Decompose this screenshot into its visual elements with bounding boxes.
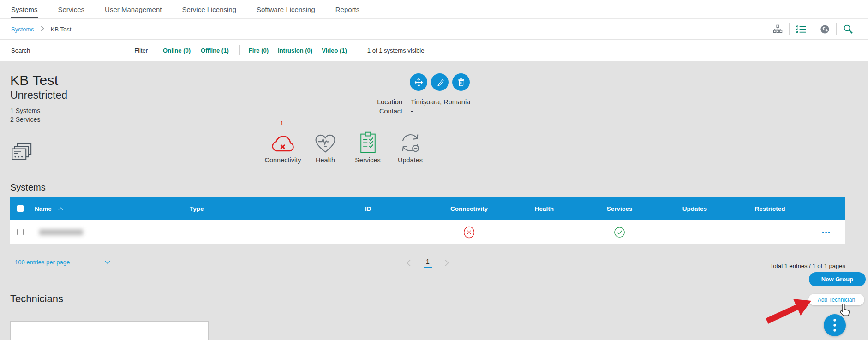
cloud-error-icon: [270, 132, 296, 154]
health-heart-icon: [314, 132, 337, 154]
column-header-connectivity[interactable]: Connectivity: [431, 205, 507, 212]
filter-video[interactable]: Video (1): [322, 47, 347, 54]
updates-sync-icon: [399, 132, 422, 154]
health-none-value: —: [541, 228, 548, 236]
search-label: Search: [11, 47, 30, 54]
tab-reports[interactable]: Reports: [335, 0, 360, 18]
location-value: Timișoara, Romania: [411, 98, 470, 106]
notes-cards-icon[interactable]: [11, 143, 32, 164]
chevron-down-icon: [104, 260, 111, 264]
search-icon[interactable]: [840, 23, 856, 35]
row-menu-dots-icon[interactable]: •••: [822, 229, 831, 236]
column-header-services[interactable]: Services: [582, 205, 657, 212]
add-technician-button[interactable]: Add Technician: [808, 294, 864, 305]
tab-systems[interactable]: Systems: [11, 0, 38, 18]
top-navigation: Systems Services User Management Service…: [0, 0, 868, 19]
move-group-button[interactable]: [410, 73, 427, 91]
status-label: Updates: [398, 156, 423, 164]
status-overview: 1 Connectivity Health: [262, 119, 431, 164]
system-table-row[interactable]: — — •••: [10, 220, 845, 244]
toolbar-divider: [813, 23, 813, 35]
group-identity: KB Test Unrestricted 1 Systems 2 Service…: [10, 72, 67, 124]
column-header-type[interactable]: Type: [186, 205, 361, 212]
services-ok-icon: [614, 227, 625, 238]
kebab-menu-icon: [832, 318, 837, 332]
status-connectivity[interactable]: 1 Connectivity: [262, 119, 304, 164]
tab-user-management[interactable]: User Management: [105, 0, 162, 18]
status-health[interactable]: Health: [304, 119, 347, 164]
breadcrumb-bar: Systems KB Test: [0, 19, 868, 39]
toolbar-divider: [836, 23, 837, 35]
breadcrumb-current: KB Test: [51, 26, 72, 33]
column-header-restricted[interactable]: Restricted: [732, 205, 808, 212]
column-header-updates[interactable]: Updates: [657, 205, 732, 212]
previous-page-icon[interactable]: [406, 259, 411, 267]
filter-offline[interactable]: Offline (1): [201, 47, 229, 54]
row-checkbox[interactable]: [17, 229, 24, 235]
tab-software-licensing[interactable]: Software Licensing: [257, 0, 315, 18]
contact-label: Contact: [344, 107, 402, 115]
systems-table: Name Type ID Connectivity Health Service…: [10, 197, 845, 244]
group-action-buttons: [410, 73, 470, 91]
location-label: Location: [344, 98, 402, 106]
remote-portal-screen: Systems Services User Management Service…: [0, 0, 868, 340]
technicians-panel: [10, 321, 209, 340]
connectivity-error-icon: [463, 226, 475, 239]
pagination-total: Total 1 entries / 1 of 1 pages: [770, 262, 845, 269]
globe-map-icon[interactable]: [817, 23, 832, 35]
contact-value: -: [411, 107, 470, 115]
systems-count: 1 Systems: [10, 107, 67, 115]
filter-label: Filter: [134, 47, 148, 54]
current-page[interactable]: 1: [424, 258, 432, 268]
view-toolbar: [770, 23, 856, 35]
location-contact-block: Location Timișoara, Romania Contact -: [344, 98, 470, 115]
filter-fire[interactable]: Fire (0): [249, 47, 269, 54]
filter-bar: Search Filter Online (0) Offline (1) Fir…: [0, 39, 868, 61]
edit-group-button[interactable]: [431, 73, 449, 91]
systems-visible-summary: 1 of 1 systems visible: [367, 47, 425, 54]
systems-section-title: Systems: [10, 182, 868, 193]
page-navigation: 1: [406, 258, 449, 268]
connectivity-error-badge: 1: [280, 119, 284, 127]
filter-intrusion[interactable]: Intrusion (0): [278, 47, 312, 54]
select-all-checkbox[interactable]: [17, 205, 24, 212]
tab-service-licensing[interactable]: Service Licensing: [182, 0, 236, 18]
new-group-button[interactable]: New Group: [809, 272, 866, 286]
status-label: Services: [355, 156, 381, 164]
filter-divider: [239, 45, 240, 55]
group-counts: 1 Systems 2 Services: [10, 107, 67, 124]
delete-group-button[interactable]: [452, 73, 470, 91]
hierarchy-view-icon[interactable]: [770, 23, 785, 35]
breadcrumb-systems-link[interactable]: Systems: [11, 26, 34, 33]
filter-divider: [358, 45, 358, 55]
status-updates[interactable]: Updates: [389, 119, 431, 164]
breadcrumb: Systems KB Test: [11, 26, 71, 33]
technicians-section-title: Technicians: [10, 293, 868, 305]
redacted-name-cell: [39, 229, 83, 235]
column-header-name[interactable]: Name: [30, 205, 186, 212]
status-label: Connectivity: [265, 156, 301, 164]
column-header-health[interactable]: Health: [507, 205, 582, 212]
search-input[interactable]: [38, 45, 124, 56]
list-view-icon[interactable]: [793, 23, 809, 35]
toolbar-divider: [789, 23, 790, 35]
systems-table-header: Name Type ID Connectivity Health Service…: [10, 197, 845, 220]
status-services[interactable]: Services: [347, 119, 389, 164]
filter-online[interactable]: Online (0): [163, 47, 191, 54]
entries-per-page-select[interactable]: 100 entries per page: [10, 256, 116, 271]
column-header-id[interactable]: ID: [361, 205, 431, 212]
group-restriction: Unrestricted: [10, 89, 67, 101]
updates-none-value: —: [692, 228, 698, 236]
sort-asc-icon: [58, 207, 63, 210]
tab-services[interactable]: Services: [58, 0, 85, 18]
pagination-zone: 100 entries per page 1 Total 1 entries /…: [0, 244, 868, 277]
status-label: Health: [316, 156, 335, 164]
services-count: 2 Services: [10, 115, 67, 124]
group-header: KB Test Unrestricted 1 Systems 2 Service…: [0, 61, 868, 180]
breadcrumb-chevron-icon: [41, 26, 44, 33]
services-clipboard-icon: [359, 131, 377, 154]
more-actions-fab[interactable]: [824, 314, 846, 336]
group-title: KB Test: [10, 72, 67, 88]
next-page-icon[interactable]: [444, 259, 449, 267]
